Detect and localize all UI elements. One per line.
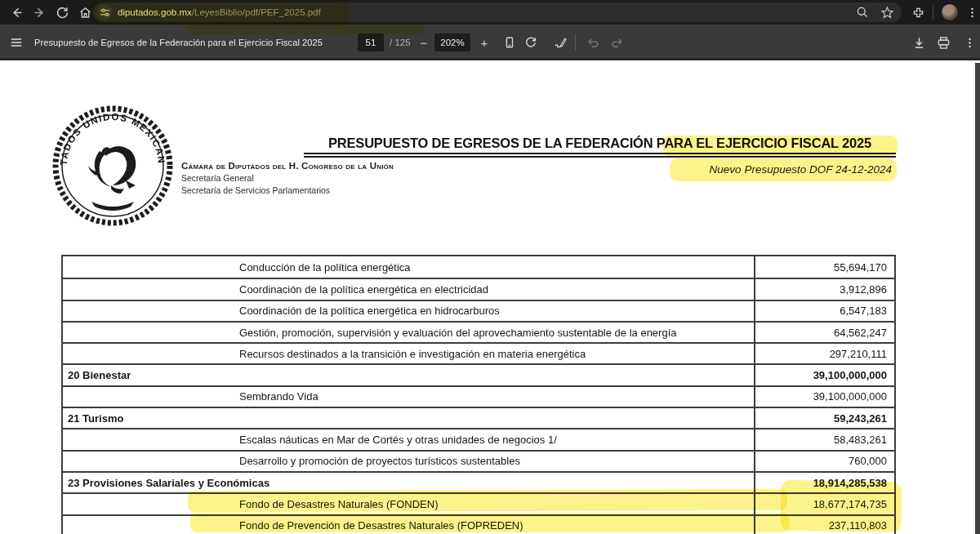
document-title: PRESUPUESTO DE EGRESOS DE LA FEDERACIÓN … [304,136,896,151]
vertical-scrollbar[interactable] [975,63,980,534]
row-value: 39,100,000,000 [754,387,894,407]
zoom-lens-icon[interactable] [853,2,872,22]
fit-page-icon[interactable] [500,33,519,52]
budget-table: Conducción de la política energética55,6… [61,255,896,534]
title-rule [304,153,896,154]
reload-icon[interactable] [52,2,72,22]
row-value: 39,100,000,000 [754,365,894,385]
org-block: Cámara de Diputados del H. Congreso de l… [181,161,394,195]
url-path: /LeyesBiblio/pdf/PEF_2025.pdf [192,7,321,17]
forward-icon[interactable] [29,2,49,22]
row-value: 18,677,174,735 [754,494,894,514]
row-label: 20 Bienestar [63,365,754,385]
pdf-toolbar: Presupuesto de Egresos de la Federación … [0,24,980,60]
row-label: 23 Provisiones Salariales y Económicas [63,473,754,492]
table-row: Coordinación de la política energética e… [63,300,894,321]
document-title-block: PRESUPUESTO DE EGRESOS DE LA FEDERACIÓN … [304,136,896,158]
bookmark-star-icon[interactable] [877,2,897,22]
url-text: diputados.gob.mx/LeyesBiblio/pdf/PEF_202… [118,2,321,22]
row-value: 237,110,803 [754,516,894,534]
back-icon[interactable] [7,2,26,22]
table-row: Conducción de la política energética55,6… [63,256,894,278]
table-row: Escalas náuticas en Mar de Cortés y otra… [63,428,894,449]
table-row: Recursos destinados a la transición e in… [63,342,894,363]
row-label: Coordinación de la política energética e… [63,301,754,321]
row-label: Fondo de Prevención de Desastres Natural… [63,516,754,534]
table-row: Gestión, promoción, supervisión y evalua… [63,321,894,342]
row-label: Desarrollo y promoción de proyectos turí… [63,452,754,471]
site-info-icon[interactable] [96,4,113,20]
pdf-document-title: Presupuesto de Egresos de la Federación … [34,24,323,60]
table-row: Fondo de Desastres Naturales (FONDEN)18,… [63,492,894,514]
extensions-icon[interactable] [908,2,928,22]
row-label: Conducción de la política energética [63,256,754,278]
table-row: Sembrando Vida39,100,000,000 [63,385,894,407]
pdf-toolbar-divider [575,34,576,51]
row-label: Escalas náuticas en Mar de Cortés y otra… [63,429,754,449]
toolbar-divider [933,5,933,20]
table-row: Desarrollo y promoción de proyectos turí… [63,450,894,471]
table-row: Coordinación de la política energética e… [63,278,894,299]
screen: diputados.gob.mx/LeyesBiblio/pdf/PEF_202… [0,0,980,534]
row-label: Fondo de Desastres Naturales (FONDEN) [63,494,754,514]
browser-toolbar: diputados.gob.mx/LeyesBiblio/pdf/PEF_202… [0,0,980,24]
mexican-coat-of-arms: ESTADOS UNIDOS MEXICANOS [51,104,175,228]
row-value: 64,562,247 [754,323,894,342]
row-value: 3,912,896 [754,279,894,299]
more-menu-icon[interactable] [960,33,979,52]
profile-avatar[interactable] [941,3,959,21]
page-number-input[interactable] [358,33,384,51]
redo-icon[interactable] [608,33,627,52]
page-total-label: / 125 [390,24,411,60]
table-row: 23 Provisiones Salariales y Económicas18… [63,471,894,492]
org-name: Cámara de Diputados del H. Congreso de l… [181,161,394,171]
org-servicios-parlamentarios: Secretaría de Servicios Parlamentarios [181,185,394,195]
row-value: 55,694,170 [754,256,894,278]
table-row: Fondo de Prevención de Desastres Natural… [63,514,894,534]
row-label: 21 Turismo [63,408,754,428]
rotate-icon[interactable] [521,33,541,52]
row-label: Sembrando Vida [63,387,754,407]
zoom-in-button[interactable]: + [475,33,493,52]
row-value: 18,914,285,538 [754,473,894,492]
pdf-page: ESTADOS UNIDOS MEXICANOS Cámara de Diput… [0,63,975,534]
row-value: 59,243,261 [754,408,894,428]
row-label: Gestión, promoción, supervisión y evalua… [63,323,754,342]
org-secretaria-general: Secretaría General [181,173,394,183]
document-subtitle: Nuevo Presupuesto DOF 24-12-2024 [572,163,892,176]
row-value: 297,210,111 [754,344,894,363]
print-icon[interactable] [933,33,953,52]
zoom-out-button[interactable]: − [415,33,433,52]
zoom-level-display[interactable]: 202% [434,33,470,51]
download-icon[interactable] [909,33,929,52]
row-value: 58,483,261 [754,429,894,449]
annotate-icon[interactable] [550,33,570,52]
row-value: 760,000 [754,452,894,471]
url-domain: diputados.gob.mx [118,7,192,17]
title-rule [304,156,896,158]
home-icon[interactable] [75,2,95,22]
menu-icon[interactable] [7,33,26,52]
browser-menu-icon[interactable] [962,2,980,22]
row-value: 6,547,183 [754,301,894,321]
row-label: Recursos destinados a la transición e in… [63,344,754,363]
table-row: 21 Turismo59,243,261 [63,407,894,428]
undo-icon[interactable] [583,33,603,52]
row-label: Coordinación de la política energética e… [63,279,754,299]
table-row: 20 Bienestar39,100,000,000 [63,363,894,385]
address-bar[interactable]: diputados.gob.mx/LeyesBiblio/pdf/PEF_202… [93,2,902,22]
